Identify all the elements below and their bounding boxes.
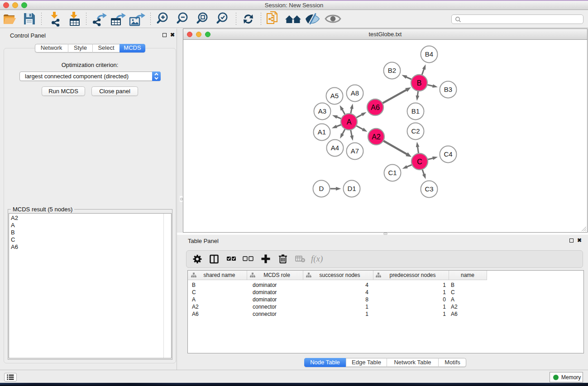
- svg-text:A3: A3: [318, 107, 326, 115]
- svg-text:B2: B2: [388, 67, 396, 74]
- svg-text:C4: C4: [444, 150, 452, 158]
- svg-text:A: A: [347, 118, 352, 126]
- svg-text:B3: B3: [444, 86, 452, 93]
- svg-text:A2: A2: [372, 133, 381, 141]
- svg-text:B: B: [417, 79, 422, 87]
- svg-text:C: C: [417, 158, 422, 166]
- svg-text:C3: C3: [425, 185, 433, 193]
- svg-text:A7: A7: [351, 147, 359, 155]
- svg-text:A6: A6: [371, 104, 380, 111]
- svg-text:C2: C2: [411, 127, 420, 135]
- svg-text:A1: A1: [318, 128, 326, 136]
- svg-text:D1: D1: [347, 185, 356, 192]
- svg-text:A5: A5: [330, 92, 339, 100]
- svg-text:B4: B4: [425, 50, 433, 58]
- svg-text:C1: C1: [388, 169, 397, 176]
- svg-text:B1: B1: [411, 107, 420, 115]
- svg-text:D: D: [319, 185, 324, 192]
- svg-text:A4: A4: [331, 144, 339, 152]
- svg-text:A8: A8: [351, 89, 359, 97]
- svg-text:f(x): f(x): [311, 254, 323, 264]
